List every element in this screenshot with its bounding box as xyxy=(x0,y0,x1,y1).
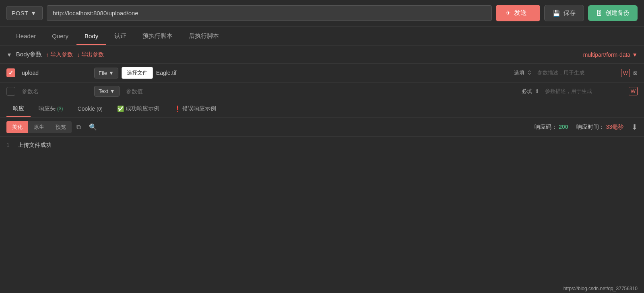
param-required-select[interactable]: 选填 ⇕ xyxy=(514,69,534,76)
view-raw-button[interactable]: 原生 xyxy=(28,121,50,133)
response-text: 上传文件成功 xyxy=(18,142,52,148)
send-icon: ✈ xyxy=(506,9,511,17)
param-type-text[interactable]: Text ▼ xyxy=(94,86,120,97)
view-preview-button[interactable]: 预览 xyxy=(50,121,72,133)
content-type-select[interactable]: multipart/form-data ▼ xyxy=(583,52,638,58)
send-label: 发送 xyxy=(514,9,527,17)
view-group: 美化 原生 预览 xyxy=(6,121,72,133)
cookie-count: (0) xyxy=(97,106,103,112)
download-icon[interactable]: ⬇ xyxy=(632,123,638,132)
nav-tabs: Header Query Body 认证 预执行脚本 后执行脚本 xyxy=(0,27,644,46)
word-icon-upload[interactable]: W xyxy=(621,69,630,77)
required-empty-arrow-icon: ⇕ xyxy=(535,88,539,94)
import-button[interactable]: ↑ 导入参数 xyxy=(46,51,73,58)
response-view-bar: 美化 原生 预览 ⧉ 🔍 响应码： 200 响应时间： 33毫秒 ⬇ xyxy=(0,118,644,137)
required-arrow-icon: ⇕ xyxy=(527,70,532,76)
tab-success-example[interactable]: ✅ 成功响应示例 xyxy=(111,100,166,117)
save-button[interactable]: 💾 保存 xyxy=(544,5,584,21)
method-arrow-icon: ▼ xyxy=(31,10,37,17)
response-headers-count: (3) xyxy=(57,106,63,111)
param-name-upload[interactable] xyxy=(19,68,91,78)
tab-cookie[interactable]: Cookie (0) xyxy=(71,101,109,117)
tab-response[interactable]: 响应 xyxy=(6,100,31,117)
response-tabs: 响应 响应头 (3) Cookie (0) ✅ 成功响应示例 ❗ 错误响应示例 xyxy=(0,100,644,118)
success-example-label: 成功响应示例 xyxy=(126,105,159,112)
save-icon: 💾 xyxy=(553,10,560,17)
param-name-empty[interactable] xyxy=(19,87,91,96)
response-code-label: 响应码： 200 xyxy=(535,124,568,131)
search-icon[interactable]: 🔍 xyxy=(86,121,100,133)
choose-file-button[interactable]: 选择文件 xyxy=(122,67,153,79)
send-button[interactable]: ✈ 发送 xyxy=(496,5,540,21)
time-label-text: 响应时间： xyxy=(576,124,605,130)
content-type-label: multipart/form-data xyxy=(583,52,630,58)
url-input[interactable] xyxy=(47,5,492,21)
param-type-label: File xyxy=(99,70,107,76)
response-code-value: 200 xyxy=(559,124,568,130)
tab-pre-script[interactable]: 预执行脚本 xyxy=(134,27,181,45)
param-type-arrow-icon: ▼ xyxy=(109,70,114,76)
response-content: 1 上传文件成功 xyxy=(0,137,644,154)
param-type-empty-label: Text xyxy=(99,88,108,94)
response-headers-label: 响应头 xyxy=(39,105,56,111)
tab-body[interactable]: Body xyxy=(76,27,106,45)
export-button[interactable]: ↓ 导出参数 xyxy=(77,51,104,58)
param-checkbox-upload[interactable]: ✓ xyxy=(6,68,15,77)
required-empty-label: 必填 xyxy=(522,88,532,94)
method-label: POST xyxy=(12,10,28,17)
error-example-label: 错误响应示例 xyxy=(182,105,216,112)
success-circle-icon: ✅ xyxy=(117,105,124,112)
top-bar: POST ▼ ✈ 发送 💾 保存 🗄 创建备份 xyxy=(0,0,644,27)
export-label: 导出参数 xyxy=(81,51,104,58)
tab-response-headers[interactable]: 响应头 (3) xyxy=(32,100,70,117)
param-value-empty[interactable] xyxy=(123,87,322,96)
tab-header[interactable]: Header xyxy=(8,27,44,45)
delete-icon-upload[interactable]: ⊠ xyxy=(633,70,638,76)
import-label: 导入参数 xyxy=(50,51,73,58)
view-pretty-button[interactable]: 美化 xyxy=(6,121,28,133)
param-desc-upload: 参数描述，用于生成 xyxy=(537,69,618,76)
export-down-icon: ↓ xyxy=(77,52,80,58)
line-number: 1 xyxy=(6,142,10,148)
param-row-upload: ✓ File ▼ 选择文件 Eagle.tif 选填 ⇕ 参数描述，用于生成 W… xyxy=(0,64,644,83)
method-select[interactable]: POST ▼ xyxy=(6,6,43,20)
content-type-arrow-icon: ▼ xyxy=(632,52,638,58)
copy-icon[interactable]: ⧉ xyxy=(73,121,84,133)
file-name-display: Eagle.tif xyxy=(156,70,332,76)
param-required-empty[interactable]: 必填 ⇕ xyxy=(522,88,542,95)
response-time-label: 响应时间： 33毫秒 xyxy=(576,124,623,131)
response-meta: 响应码： 200 响应时间： 33毫秒 ⬇ xyxy=(535,123,638,132)
tab-error-example[interactable]: ❗ 错误响应示例 xyxy=(167,100,223,117)
check-icon: ✓ xyxy=(8,70,13,76)
required-label: 选填 xyxy=(514,70,524,76)
param-type-file[interactable]: File ▼ xyxy=(94,68,118,78)
word-icon-empty[interactable]: W xyxy=(629,87,638,95)
tab-post-script[interactable]: 后执行脚本 xyxy=(181,27,227,45)
param-desc-empty: 参数描述，用于生成 xyxy=(545,88,625,95)
tab-auth[interactable]: 认证 xyxy=(106,27,134,45)
param-checkbox-empty[interactable] xyxy=(6,87,15,96)
save-label: 保存 xyxy=(564,9,576,17)
param-type-empty-arrow-icon: ▼ xyxy=(110,88,115,94)
backup-icon: 🗄 xyxy=(596,10,602,17)
backup-label: 创建备份 xyxy=(605,9,630,17)
tab-query[interactable]: Query xyxy=(44,27,76,45)
cookie-label: Cookie xyxy=(78,105,95,112)
collapse-icon[interactable]: ▼ xyxy=(6,52,12,58)
param-row-empty: Text ▼ 必填 ⇕ 参数描述，用于生成 W xyxy=(0,83,644,100)
response-time-value: 33毫秒 xyxy=(606,124,623,130)
code-label-text: 响应码： xyxy=(535,124,557,130)
import-up-icon: ↑ xyxy=(46,52,49,58)
error-circle-icon: ❗ xyxy=(174,105,181,112)
backup-button[interactable]: 🗄 创建备份 xyxy=(588,5,638,21)
params-header: ▼ Body参数 ↑ 导入参数 ↓ 导出参数 multipart/form-da… xyxy=(0,46,644,64)
params-title: Body参数 xyxy=(16,51,42,58)
